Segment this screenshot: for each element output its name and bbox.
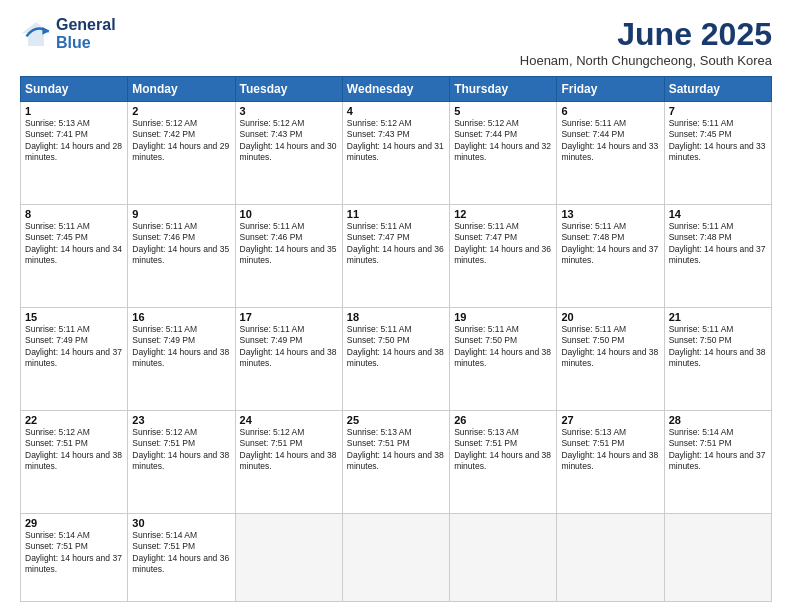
day-number: 4 [347,105,445,117]
day-info: Sunrise: 5:12 AMSunset: 7:43 PMDaylight:… [347,118,445,164]
day-cell: 20 Sunrise: 5:11 AMSunset: 7:50 PMDaylig… [557,308,664,411]
day-cell: 13 Sunrise: 5:11 AMSunset: 7:48 PMDaylig… [557,205,664,308]
day-number: 29 [25,517,123,529]
day-info: Sunrise: 5:12 AMSunset: 7:44 PMDaylight:… [454,118,552,164]
day-number: 20 [561,311,659,323]
day-info: Sunrise: 5:11 AMSunset: 7:50 PMDaylight:… [347,324,445,370]
logo-line2: Blue [56,34,116,52]
day-info: Sunrise: 5:13 AMSunset: 7:51 PMDaylight:… [347,427,445,473]
day-info: Sunrise: 5:11 AMSunset: 7:46 PMDaylight:… [240,221,338,267]
day-number: 11 [347,208,445,220]
day-cell: 26 Sunrise: 5:13 AMSunset: 7:51 PMDaylig… [450,411,557,514]
day-info: Sunrise: 5:12 AMSunset: 7:51 PMDaylight:… [25,427,123,473]
day-info: Sunrise: 5:11 AMSunset: 7:47 PMDaylight:… [454,221,552,267]
day-info: Sunrise: 5:11 AMSunset: 7:44 PMDaylight:… [561,118,659,164]
day-number: 22 [25,414,123,426]
day-info: Sunrise: 5:14 AMSunset: 7:51 PMDaylight:… [25,530,123,576]
calendar-header-row: Sunday Monday Tuesday Wednesday Thursday… [21,77,772,102]
day-number: 7 [669,105,767,117]
month-title: June 2025 [520,16,772,53]
col-friday: Friday [557,77,664,102]
day-info: Sunrise: 5:12 AMSunset: 7:51 PMDaylight:… [132,427,230,473]
day-info: Sunrise: 5:11 AMSunset: 7:50 PMDaylight:… [561,324,659,370]
day-info: Sunrise: 5:12 AMSunset: 7:43 PMDaylight:… [240,118,338,164]
col-monday: Monday [128,77,235,102]
col-thursday: Thursday [450,77,557,102]
day-cell-empty [664,514,771,602]
day-info: Sunrise: 5:11 AMSunset: 7:50 PMDaylight:… [669,324,767,370]
day-number: 2 [132,105,230,117]
day-cell: 2 Sunrise: 5:12 AMSunset: 7:42 PMDayligh… [128,102,235,205]
day-number: 14 [669,208,767,220]
page: General Blue June 2025 Hoenam, North Chu… [0,0,792,612]
calendar-table: Sunday Monday Tuesday Wednesday Thursday… [20,76,772,602]
day-info: Sunrise: 5:11 AMSunset: 7:46 PMDaylight:… [132,221,230,267]
day-number: 23 [132,414,230,426]
day-number: 26 [454,414,552,426]
day-number: 9 [132,208,230,220]
day-number: 5 [454,105,552,117]
day-info: Sunrise: 5:11 AMSunset: 7:49 PMDaylight:… [240,324,338,370]
day-cell: 21 Sunrise: 5:11 AMSunset: 7:50 PMDaylig… [664,308,771,411]
day-cell: 5 Sunrise: 5:12 AMSunset: 7:44 PMDayligh… [450,102,557,205]
day-cell: 30 Sunrise: 5:14 AMSunset: 7:51 PMDaylig… [128,514,235,602]
day-number: 13 [561,208,659,220]
day-number: 3 [240,105,338,117]
day-info: Sunrise: 5:11 AMSunset: 7:49 PMDaylight:… [25,324,123,370]
day-info: Sunrise: 5:14 AMSunset: 7:51 PMDaylight:… [669,427,767,473]
day-cell: 12 Sunrise: 5:11 AMSunset: 7:47 PMDaylig… [450,205,557,308]
day-cell: 10 Sunrise: 5:11 AMSunset: 7:46 PMDaylig… [235,205,342,308]
day-cell: 28 Sunrise: 5:14 AMSunset: 7:51 PMDaylig… [664,411,771,514]
day-info: Sunrise: 5:11 AMSunset: 7:50 PMDaylight:… [454,324,552,370]
day-cell-empty [342,514,449,602]
day-cell: 7 Sunrise: 5:11 AMSunset: 7:45 PMDayligh… [664,102,771,205]
day-number: 21 [669,311,767,323]
day-cell: 4 Sunrise: 5:12 AMSunset: 7:43 PMDayligh… [342,102,449,205]
day-cell: 22 Sunrise: 5:12 AMSunset: 7:51 PMDaylig… [21,411,128,514]
day-number: 19 [454,311,552,323]
day-info: Sunrise: 5:11 AMSunset: 7:45 PMDaylight:… [25,221,123,267]
day-info: Sunrise: 5:11 AMSunset: 7:45 PMDaylight:… [669,118,767,164]
day-cell: 16 Sunrise: 5:11 AMSunset: 7:49 PMDaylig… [128,308,235,411]
table-row: 29 Sunrise: 5:14 AMSunset: 7:51 PMDaylig… [21,514,772,602]
day-info: Sunrise: 5:13 AMSunset: 7:51 PMDaylight:… [561,427,659,473]
header: General Blue June 2025 Hoenam, North Chu… [20,16,772,68]
day-cell: 24 Sunrise: 5:12 AMSunset: 7:51 PMDaylig… [235,411,342,514]
day-number: 16 [132,311,230,323]
day-number: 18 [347,311,445,323]
day-cell-empty [557,514,664,602]
day-cell-empty [235,514,342,602]
col-saturday: Saturday [664,77,771,102]
day-number: 6 [561,105,659,117]
day-number: 1 [25,105,123,117]
day-info: Sunrise: 5:14 AMSunset: 7:51 PMDaylight:… [132,530,230,576]
col-tuesday: Tuesday [235,77,342,102]
day-cell: 23 Sunrise: 5:12 AMSunset: 7:51 PMDaylig… [128,411,235,514]
day-cell: 27 Sunrise: 5:13 AMSunset: 7:51 PMDaylig… [557,411,664,514]
table-row: 8 Sunrise: 5:11 AMSunset: 7:45 PMDayligh… [21,205,772,308]
day-number: 27 [561,414,659,426]
day-cell: 3 Sunrise: 5:12 AMSunset: 7:43 PMDayligh… [235,102,342,205]
day-cell: 15 Sunrise: 5:11 AMSunset: 7:49 PMDaylig… [21,308,128,411]
day-cell: 14 Sunrise: 5:11 AMSunset: 7:48 PMDaylig… [664,205,771,308]
day-cell: 17 Sunrise: 5:11 AMSunset: 7:49 PMDaylig… [235,308,342,411]
day-cell-empty [450,514,557,602]
day-cell: 11 Sunrise: 5:11 AMSunset: 7:47 PMDaylig… [342,205,449,308]
logo-text-block: General Blue [56,16,116,51]
day-info: Sunrise: 5:12 AMSunset: 7:51 PMDaylight:… [240,427,338,473]
day-number: 10 [240,208,338,220]
logo-line1: General [56,16,116,34]
day-info: Sunrise: 5:11 AMSunset: 7:47 PMDaylight:… [347,221,445,267]
logo: General Blue [20,16,116,51]
day-info: Sunrise: 5:11 AMSunset: 7:48 PMDaylight:… [669,221,767,267]
table-row: 1 Sunrise: 5:13 AMSunset: 7:41 PMDayligh… [21,102,772,205]
location-subtitle: Hoenam, North Chungcheong, South Korea [520,53,772,68]
table-row: 15 Sunrise: 5:11 AMSunset: 7:49 PMDaylig… [21,308,772,411]
day-number: 28 [669,414,767,426]
day-number: 12 [454,208,552,220]
col-wednesday: Wednesday [342,77,449,102]
day-number: 8 [25,208,123,220]
title-block: June 2025 Hoenam, North Chungcheong, Sou… [520,16,772,68]
day-cell: 9 Sunrise: 5:11 AMSunset: 7:46 PMDayligh… [128,205,235,308]
day-number: 25 [347,414,445,426]
